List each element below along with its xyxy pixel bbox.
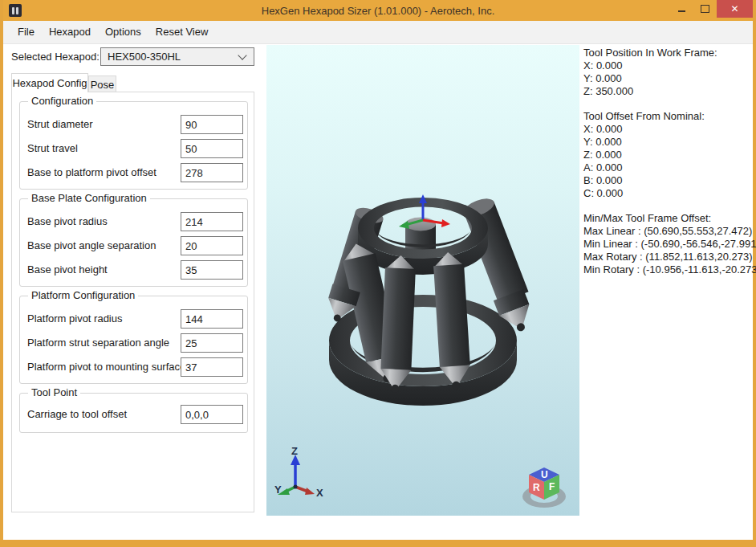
platform-strut-separation-angle-input[interactable]	[181, 333, 243, 353]
max-rotary: Max Rotary : (11.852,11.613,20.273)	[583, 251, 750, 263]
3d-viewport[interactable]: Z Y X U R F	[266, 45, 579, 516]
menubar: File Hexapod Options Reset View	[3, 21, 753, 44]
tool-position-section: Tool Position In Work Frame: X: 0.000 Y:…	[583, 47, 750, 98]
chevron-down-icon	[238, 51, 246, 59]
group-title: Configuration	[28, 95, 96, 107]
group-title: Platform Configuration	[28, 289, 138, 301]
strut-front-left-inner	[380, 255, 416, 393]
strut-travel-input[interactable]	[181, 139, 243, 158]
group-base-plate: Base Plate Configuration Base pivot radi…	[19, 198, 248, 287]
group-title: Base Plate Configuration	[28, 192, 150, 204]
titlebar[interactable]: HexGen Hexapod Sizer (1.01.000) - Aerote…	[3, 0, 753, 21]
window-title: HexGen Hexapod Sizer (1.01.000) - Aerote…	[3, 5, 753, 17]
base-pivot-radius-input[interactable]	[181, 212, 243, 231]
platform-pivot-to-mounting-surface-input[interactable]	[181, 357, 243, 377]
tool-offset-x: X: 0.000	[583, 123, 750, 136]
tool-offset-y: Y: 0.000	[583, 136, 750, 149]
menu-reset-view[interactable]: Reset View	[148, 21, 216, 43]
base-pivot-height-input[interactable]	[181, 260, 243, 280]
tool-position-x: X: 0.000	[583, 59, 750, 72]
tab-hexapod-config[interactable]: Hexapod Config	[11, 73, 88, 92]
tool-offset-b: B: 0.000	[583, 174, 750, 187]
group-title: Tool Point	[28, 386, 80, 398]
field-label: Strut diameter	[27, 118, 93, 130]
renderer-logo: U R F	[518, 461, 571, 509]
menu-hexapod[interactable]: Hexapod	[42, 21, 98, 43]
field-row: Strut diameter	[20, 115, 247, 134]
application-window: HexGen Hexapod Sizer (1.01.000) - Aerote…	[0, 0, 756, 547]
maximize-icon	[701, 5, 709, 13]
field-row: Base to platform pivot offset	[20, 163, 247, 182]
field-label: Base pivot radius	[27, 215, 108, 227]
field-label: Base to platform pivot offset	[27, 166, 156, 178]
field-row: Platform pivot to mounting surface	[20, 357, 247, 377]
field-row: Base pivot radius	[20, 212, 247, 231]
field-label: Platform pivot to mounting surface	[27, 361, 185, 373]
axis-y-label: Y	[274, 484, 282, 496]
base-to-platform-pivot-offset-input[interactable]	[181, 163, 243, 182]
tool-offset-z: Z: 0.000	[583, 149, 750, 161]
strut-diameter-input[interactable]	[181, 115, 243, 134]
hexapod-select-dropdown[interactable]: HEX500-350HL	[100, 47, 254, 66]
group-configuration: Configuration Strut diameter Strut trave…	[19, 101, 248, 190]
min-rotary: Min Rotary : (-10.956,-11.613,-20.273)	[583, 263, 750, 276]
field-row: Base pivot angle separation	[20, 236, 247, 255]
client-area: Selected Hexapod: HEX500-350HL Hexapod C…	[3, 44, 753, 540]
tool-position-y: Y: 0.000	[583, 72, 750, 85]
min-max-offset-section: Min/Max Tool Frame Offset: Max Linear : …	[583, 212, 750, 276]
base-pivot-angle-separation-input[interactable]	[181, 236, 243, 255]
logo-letter-top: U	[541, 469, 548, 480]
menu-options[interactable]: Options	[98, 21, 148, 43]
minimize-button[interactable]	[670, 0, 693, 18]
field-row: Platform pivot radius	[20, 309, 247, 329]
logo-letter-left: R	[533, 482, 540, 493]
maximize-button[interactable]	[693, 0, 717, 18]
field-label: Platform strut separation angle	[27, 337, 169, 349]
tool-offset-section: Tool Offset From Nominal: X: 0.000 Y: 0.…	[583, 110, 750, 200]
field-label: Base pivot height	[27, 263, 108, 276]
tool-position-z: Z: 350.000	[583, 85, 750, 98]
tool-position-title: Tool Position In Work Frame:	[583, 47, 750, 59]
platform-pivot-radius-input[interactable]	[181, 309, 243, 329]
min-max-title: Min/Max Tool Frame Offset:	[583, 212, 750, 225]
minimize-icon	[678, 10, 685, 12]
hexapod-config-page: Configuration Strut diameter Strut trave…	[11, 92, 254, 512]
field-label: Base pivot angle separation	[27, 239, 156, 251]
field-row: Base pivot height	[20, 260, 247, 280]
field-label: Platform pivot radius	[27, 312, 123, 325]
hexapod-3d-model[interactable]	[311, 182, 551, 414]
min-linear: Min Linear : (-50.690,-56.546,-27.991)	[583, 238, 750, 251]
field-row: Carriage to tool offset	[20, 405, 247, 424]
tool-offset-title: Tool Offset From Nominal:	[583, 110, 750, 123]
carriage-to-tool-offset-input[interactable]	[181, 405, 243, 424]
group-tool-point: Tool Point Carriage to tool offset	[19, 393, 248, 433]
orientation-axes-indicator: Z Y X	[274, 445, 332, 500]
menu-file[interactable]: File	[10, 21, 42, 43]
group-platform: Platform Configuration Platform pivot ra…	[19, 296, 248, 384]
hexapod-select-value: HEX500-350HL	[101, 51, 239, 63]
close-button[interactable]: ✕	[717, 0, 753, 18]
window-controls: ✕	[670, 0, 753, 18]
logo-letter-right: F	[549, 481, 555, 492]
field-row: Strut travel	[20, 139, 247, 158]
close-icon: ✕	[730, 3, 738, 14]
field-row: Platform strut separation angle	[20, 333, 247, 353]
info-panel: Tool Position In Work Frame: X: 0.000 Y:…	[583, 47, 750, 288]
axis-z-label: Z	[291, 445, 298, 457]
tool-offset-a: A: 0.000	[583, 161, 750, 174]
tool-offset-c: C: 0.000	[583, 187, 750, 200]
field-label: Carriage to tool offset	[27, 408, 127, 420]
max-linear: Max Linear : (50.690,55.553,27.472)	[583, 225, 750, 238]
tab-pose[interactable]: Pose	[88, 76, 116, 92]
field-label: Strut travel	[27, 142, 78, 154]
selected-hexapod-label: Selected Hexapod:	[11, 51, 100, 63]
axis-x-label: X	[316, 487, 323, 499]
app-icon	[9, 4, 22, 17]
